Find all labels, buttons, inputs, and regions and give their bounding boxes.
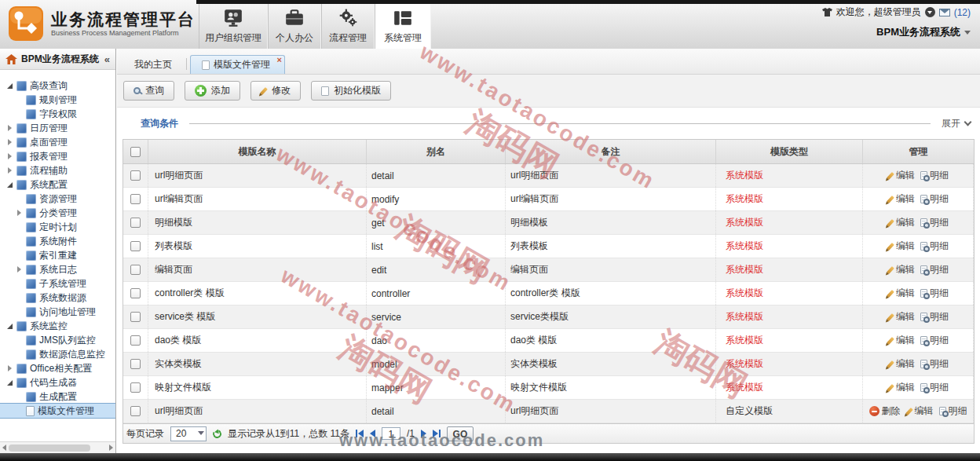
modify-button[interactable]: 修改	[250, 81, 301, 101]
detail-icon	[920, 242, 927, 251]
template-type: 系统模版	[716, 353, 863, 375]
sidebar-item-jms-queue-monitor[interactable]: JMS队列监控	[0, 333, 115, 347]
sidebar-item-category-management[interactable]: 分类管理	[0, 206, 115, 220]
system-select-caret-icon[interactable]	[964, 31, 971, 35]
app-header: 业务流程管理平台 Business Process Management Pla…	[0, 0, 980, 49]
per-page-select[interactable]: 20	[170, 426, 207, 441]
edit-button[interactable]: 编辑	[906, 404, 934, 418]
template-type: 系统模版	[716, 188, 863, 210]
sidebar-item-system-config[interactable]: 系统配置	[0, 177, 115, 192]
sidebar-item-system-datasource[interactable]: 系统数据源	[0, 291, 115, 305]
go-button[interactable]: GO	[447, 426, 474, 441]
generate-config-icon	[26, 392, 36, 402]
detail-button[interactable]: 明细	[920, 240, 949, 253]
system-select-label[interactable]: BPM业务流程系统	[876, 25, 960, 39]
nav-item-user-org[interactable]: 用户组织管理	[199, 4, 268, 49]
next-page-button[interactable]	[421, 430, 426, 437]
edit-button[interactable]: 编辑	[887, 216, 915, 229]
sidebar-item-report-management[interactable]: 报表管理	[0, 149, 115, 163]
scroll-right-icon[interactable]	[109, 445, 113, 451]
sidebar-item-system-monitor[interactable]: 系统监控	[0, 319, 115, 333]
edit-button[interactable]: 编辑	[887, 192, 915, 206]
query-button[interactable]: 查询	[123, 81, 174, 101]
row-checkbox[interactable]	[130, 265, 141, 275]
delete-button[interactable]: 删除	[869, 404, 901, 418]
row-checkbox[interactable]	[130, 406, 141, 416]
edit-button[interactable]: 编辑	[887, 240, 915, 253]
sidebar-item-desktop-management[interactable]: 桌面管理	[0, 135, 115, 149]
detail-button[interactable]: 明细	[920, 169, 949, 182]
sidebar-item-schedule-plan[interactable]: 定时计划	[0, 220, 115, 234]
nav-item-system-mgmt[interactable]: 系统管理	[375, 4, 431, 49]
row-checkbox[interactable]	[130, 312, 141, 322]
scrollbar-thumb[interactable]	[9, 445, 90, 452]
category-icon	[26, 208, 36, 218]
edit-button[interactable]: 编辑	[887, 169, 915, 182]
detail-icon	[920, 360, 927, 368]
monitor-icon	[16, 321, 27, 331]
sidebar-item-advanced-query[interactable]: 高级查询	[0, 79, 115, 93]
row-checkbox[interactable]	[130, 218, 141, 228]
sidebar-hscrollbar[interactable]	[0, 441, 115, 453]
sidebar-item-system-log[interactable]: 系统日志	[0, 262, 115, 276]
sidebar-item-system-attachment[interactable]: 系统附件	[0, 234, 115, 248]
sidebar-item-code-generator[interactable]: 代码生成器	[0, 375, 115, 390]
sidebar-item-calendar-management[interactable]: 日历管理	[0, 121, 115, 135]
mail-count-link[interactable]: (12)	[954, 7, 971, 18]
detail-button[interactable]: 明细	[939, 404, 967, 418]
sidebar-item-resource-management[interactable]: 资源管理	[0, 192, 115, 206]
sidebar-collapse-button[interactable]: «	[104, 53, 110, 65]
add-button[interactable]: 添加	[185, 81, 240, 101]
template-remark: 列表模板	[506, 235, 716, 258]
template-remark: url编辑页面	[506, 188, 716, 210]
sidebar-item-rule-management[interactable]: 规则管理	[0, 93, 115, 107]
row-checkbox[interactable]	[130, 359, 141, 369]
refresh-icon[interactable]	[211, 428, 222, 439]
tab-my-home[interactable]: 我的主页	[123, 55, 183, 74]
page-input[interactable]: 1	[382, 427, 400, 440]
row-checkbox[interactable]	[130, 382, 141, 393]
sidebar-item-generate-config[interactable]: 生成配置	[0, 390, 115, 404]
detail-button[interactable]: 明细	[920, 192, 949, 206]
select-all-checkbox[interactable]	[130, 147, 141, 157]
scroll-left-icon[interactable]	[2, 445, 6, 451]
prev-page-button[interactable]	[370, 430, 375, 437]
sidebar-item-template-file-management[interactable]: 模版文件管理	[0, 404, 115, 418]
sidebar-item-process-assist[interactable]: 流程辅助	[0, 163, 115, 177]
detail-button[interactable]: 明细	[920, 357, 949, 371]
detail-button[interactable]: 明细	[920, 287, 949, 300]
nav-item-process-mgmt[interactable]: 流程管理	[321, 4, 375, 49]
detail-button[interactable]: 明细	[920, 216, 949, 229]
edit-button[interactable]: 编辑	[887, 357, 915, 371]
mail-icon[interactable]	[939, 9, 950, 16]
edit-button[interactable]: 编辑	[887, 263, 915, 276]
detail-button[interactable]: 明细	[920, 334, 949, 347]
detail-button[interactable]: 明细	[920, 263, 949, 276]
edit-button[interactable]: 编辑	[887, 310, 915, 324]
edit-button[interactable]: 编辑	[887, 287, 915, 300]
expand-toggle[interactable]: 展开	[942, 117, 971, 130]
init-template-button[interactable]: 初始化模版	[311, 81, 391, 101]
sidebar-item-index-rebuild[interactable]: 索引重建	[0, 248, 115, 262]
sidebar-item-address-management[interactable]: 访问地址管理	[0, 305, 115, 319]
detail-button[interactable]: 明细	[920, 381, 949, 394]
detail-button[interactable]: 明细	[920, 310, 949, 324]
sidebar-item-office-config[interactable]: Office相关配置	[0, 361, 115, 375]
tab-close-icon[interactable]: ×	[277, 56, 282, 64]
row-checkbox[interactable]	[130, 170, 141, 181]
edit-button[interactable]: 编辑	[887, 381, 915, 394]
edit-button[interactable]: 编辑	[887, 334, 915, 347]
tab-template-file-management[interactable]: 模版文件管理 ×	[190, 55, 285, 74]
sidebar-item-datasource-info-monitor[interactable]: 数据源信息监控	[0, 347, 115, 361]
user-shirt-icon	[822, 8, 832, 16]
nav-item-personal-office[interactable]: 个人办公	[268, 4, 321, 49]
sidebar-item-field-permission[interactable]: 字段权限	[0, 107, 115, 121]
row-checkbox[interactable]	[130, 241, 141, 251]
row-checkbox[interactable]	[130, 288, 141, 298]
row-checkbox[interactable]	[130, 335, 141, 346]
first-page-button[interactable]	[356, 430, 364, 437]
row-checkbox[interactable]	[130, 194, 141, 204]
last-page-button[interactable]	[433, 430, 441, 437]
user-dropdown-icon[interactable]	[925, 7, 935, 17]
sidebar-item-subsystem-management[interactable]: 子系统管理	[0, 276, 115, 291]
